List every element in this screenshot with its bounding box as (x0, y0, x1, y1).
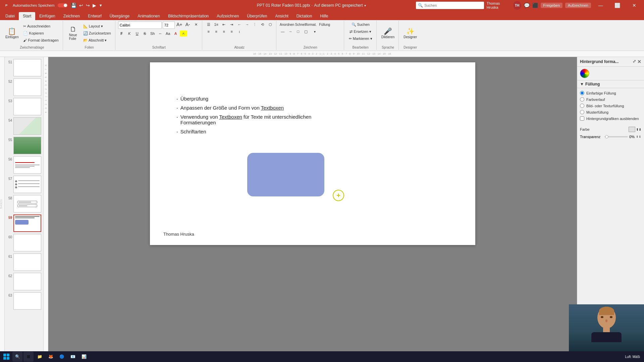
restore-btn[interactable]: ⬜ (610, 0, 625, 11)
slide-thumb-59[interactable]: 59 (6, 214, 42, 233)
slide-thumb-52[interactable]: 52 (6, 78, 42, 97)
btn-align-right[interactable]: ≡ (220, 28, 228, 35)
btn-zuruecksetzen[interactable]: 🔄 Zurücksetzen (81, 30, 113, 37)
farbe-swatch[interactable] (629, 127, 635, 132)
radio-muster[interactable]: Musterfüllung (580, 110, 641, 114)
radio-einfarbig[interactable]: Einfarbige Füllung (580, 91, 641, 95)
font-size-input[interactable] (163, 21, 175, 29)
close-btn[interactable]: ✕ (627, 0, 641, 11)
slide-thumb-62[interactable]: 62 (6, 272, 42, 291)
taskbar-chrome[interactable]: 🔵 (57, 352, 67, 362)
tab-entwurf[interactable]: Entwurf (84, 12, 106, 20)
slide-thumb-56[interactable]: 56 (6, 156, 42, 174)
btn-rtl[interactable]: ← (236, 21, 243, 27)
slide-thumb-51[interactable]: 51 (6, 58, 42, 77)
taskbar-outlook[interactable]: 📧 (68, 352, 78, 362)
location-chevron[interactable]: ▾ (364, 4, 366, 7)
slide-preview-57[interactable] (13, 176, 41, 193)
btn-einfuegen[interactable]: 📋 Einfügen (3, 26, 20, 40)
btn-text-direction[interactable]: ⟲ (259, 21, 266, 27)
slide-preview-63[interactable] (13, 292, 41, 310)
blue-rectangle-shape[interactable] (247, 153, 324, 196)
btn-columns[interactable]: ⋮ (251, 21, 259, 27)
btn-highlight[interactable]: A (180, 31, 187, 37)
transparenz-arrows[interactable]: ⬆⬇ (636, 135, 641, 138)
btn-indent-more[interactable]: ⇥ (228, 21, 235, 27)
slide-preview-52[interactable] (13, 78, 41, 96)
btn-abschnitt[interactable]: 📂 Abschnitt ▾ (81, 37, 113, 44)
btn-case[interactable]: Aa (164, 31, 172, 37)
taskbar-powerpoint[interactable]: 📊 (79, 352, 89, 362)
slide-thumb-58[interactable]: 58 (6, 194, 42, 213)
btn-format-uebertragen[interactable]: 🖌 Format übertragen (21, 37, 60, 43)
btn-justify[interactable]: ≡ (228, 28, 235, 35)
slide-thumb-60[interactable]: 60 (6, 233, 42, 252)
tab-ueberpruefen[interactable]: Überprüfen (243, 12, 271, 20)
record-btn[interactable]: Aufzeichnen (565, 3, 591, 8)
font-name-input[interactable] (118, 21, 162, 29)
radio-farbverlauf-input[interactable] (580, 97, 584, 102)
tab-dictation[interactable]: Dictation (292, 12, 316, 20)
checkbox-hintergrund-input[interactable] (580, 116, 584, 121)
clear-format-btn[interactable]: ✕ (193, 21, 200, 27)
slide-preview-55[interactable] (13, 137, 41, 154)
btn-suchen[interactable]: 🔍 Suchen (350, 21, 372, 28)
save-icon[interactable]: 💾 (71, 3, 76, 8)
font-size-up[interactable]: A+ (176, 21, 183, 27)
present-icon[interactable]: ▶ (93, 3, 96, 8)
btn-italic[interactable]: K (126, 31, 133, 37)
slide-preview-61[interactable] (13, 253, 41, 271)
shape-quick-btn[interactable]: Schnellformat. (296, 21, 316, 27)
comment-icon[interactable]: 💬 (524, 3, 530, 8)
taskbar-firefox[interactable]: 🦊 (46, 352, 56, 362)
btn-indent-less[interactable]: ⇤ (220, 21, 228, 27)
btn-underline[interactable]: U (133, 31, 141, 37)
panel-expand-btn[interactable]: ⤢ (633, 59, 636, 64)
btn-align-center[interactable]: ≡ (213, 28, 220, 35)
slide-preview-56[interactable] (13, 156, 41, 174)
search-box[interactable]: 🔍 (416, 2, 484, 9)
btn-numbering[interactable]: 1≡ (213, 21, 220, 27)
tab-einfuegen[interactable]: Einfügen (35, 12, 59, 20)
taskbar-taskview[interactable]: ⊞ (23, 352, 34, 362)
btn-ersetzen[interactable]: ⇄ Ersetzen ▾ (347, 28, 373, 35)
slide-preview-58[interactable] (13, 195, 41, 213)
btn-line-spacing[interactable]: ↕ (236, 28, 243, 35)
btn-diktieren[interactable]: 🎤 Diktieren (379, 26, 396, 40)
btn-designer[interactable]: ✨ Designer (401, 26, 419, 40)
tab-animationen[interactable]: Animationen (133, 12, 164, 20)
slide-thumb-54[interactable]: 54 (6, 117, 42, 135)
tab-hilfe[interactable]: Hilfe (316, 12, 332, 20)
slide-preview-60[interactable] (13, 234, 41, 251)
undo-icon[interactable]: ↩ (79, 3, 83, 8)
btn-strikethrough[interactable]: S (141, 31, 149, 37)
btn-font-color[interactable]: A (172, 31, 179, 37)
share-btn[interactable]: Freigeben (541, 3, 563, 8)
btn-align-left[interactable]: ≡ (205, 28, 212, 35)
radio-bild-input[interactable] (580, 104, 584, 108)
font-size-down[interactable]: A- (184, 21, 192, 27)
slide-thumb-61[interactable]: 61 (6, 253, 42, 272)
btn-markieren[interactable]: ✏ Markieren ▾ (347, 36, 374, 42)
btn-neue-folie[interactable]: 🗋 NeueFolie (66, 24, 80, 42)
present2-icon[interactable]: ⬛ (532, 3, 538, 8)
btn-layout[interactable]: 📐 Layout ▾ (81, 23, 113, 29)
checkbox-hintergrund[interactable]: Hintergrundgrafiken ausblenden (580, 116, 641, 121)
slide-preview-51[interactable] (13, 59, 41, 76)
tab-bildschirm[interactable]: Bildschirmpräsentation (164, 12, 213, 20)
transparenz-slider[interactable] (604, 136, 628, 137)
more-icon[interactable]: ▼ (99, 3, 103, 7)
btn-ausschneiden[interactable]: ✂ Ausschneiden (21, 23, 60, 29)
radio-farbverlauf[interactable]: Farbverlauf (580, 97, 641, 102)
slide-thumb-53[interactable]: 53 (6, 97, 42, 116)
tab-zeichnen[interactable]: Zeichnen (59, 12, 84, 20)
tab-start[interactable]: Start (19, 12, 35, 20)
farbe-arrows[interactable]: ⬆⬇ (636, 128, 641, 131)
btn-smart-art[interactable]: ⬡ (267, 21, 274, 27)
canvas-area[interactable]: • Überprüfung • Anpassen der Größe und F… (48, 57, 577, 351)
slide-thumb-57[interactable]: 57 (6, 175, 42, 194)
shape-fill-btn[interactable]: Füllung (317, 21, 333, 27)
panel-close-btn[interactable]: ✕ (637, 59, 641, 64)
btn-kopieren[interactable]: 📄 Kopieren (21, 30, 60, 37)
btn-ltr[interactable]: → (244, 21, 251, 27)
